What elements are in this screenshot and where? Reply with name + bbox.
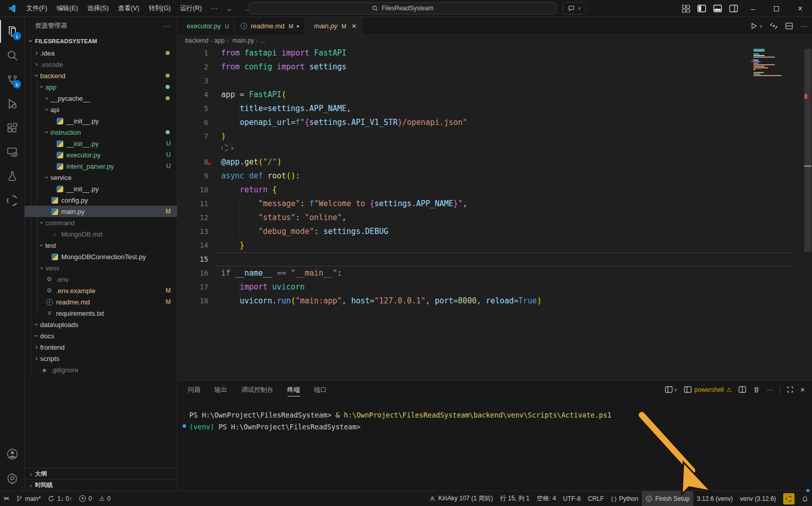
breadcrumb-item-main.py[interactable]: main.py — [230, 37, 254, 44]
status-CRLF[interactable]: CRLF — [584, 491, 607, 506]
panel-tab-终端[interactable]: 终端 — [287, 386, 300, 396]
panel-tab-调试控制台[interactable]: 调试控制台 — [241, 386, 274, 394]
tree-file-intent_parser.py[interactable]: intent_parser.pyU — [25, 160, 177, 172]
panel-more-actions-icon[interactable]: ··· — [767, 386, 773, 393]
tree-folder-__pycache__[interactable]: ›__pycache__ — [25, 93, 177, 104]
status-yellow-ext[interactable] — [780, 491, 798, 506]
copilot-inline-widget[interactable]: ∨ — [221, 144, 233, 152]
menu-item-运行(R)[interactable]: 运行(R) — [175, 3, 206, 14]
status-1--0-[interactable]: 1↓ 0↑ — [44, 491, 76, 506]
menu-item-查看(V)[interactable]: 查看(V) — [113, 3, 144, 14]
command-center-search[interactable]: FilesReadSysteam — [249, 2, 556, 14]
dirty-dot-icon[interactable]: ● — [296, 24, 299, 29]
activity-remote-explorer[interactable] — [0, 141, 25, 164]
status-KiriAky-107--1-周前-[interactable]: KiriAky 107 (1 周前) — [426, 491, 496, 506]
status-bell[interactable] — [798, 491, 812, 506]
tree-folder-.idea[interactable]: ›.idea — [25, 47, 177, 59]
status-UTF-8[interactable]: UTF-8 — [560, 491, 584, 506]
status-0[interactable]: ⚠0 — [96, 491, 114, 506]
sidebar-section-大纲[interactable]: ›大纲 — [25, 468, 177, 479]
menu-item-选择(S)[interactable]: 选择(S) — [83, 3, 114, 14]
code-editor[interactable]: ▶ ∨ 1from fastapi import FastAPI2from co… — [177, 46, 802, 380]
status-Finish-Setup[interactable]: Finish Setup — [642, 491, 693, 506]
status-行-15--列-1[interactable]: 行 15, 列 1 — [496, 491, 533, 506]
menu-item-···[interactable]: ··· — [206, 3, 222, 14]
tree-folder-test[interactable]: ›test — [25, 240, 177, 251]
tree-folder-docs[interactable]: ›docs — [25, 330, 177, 341]
activity-settings[interactable] — [0, 467, 25, 490]
maximize-panel-icon[interactable] — [787, 386, 793, 393]
run-python-button[interactable]: ∨ — [750, 22, 763, 30]
open-changes-icon[interactable] — [769, 22, 778, 30]
tree-file-.env[interactable]: ⚙.env — [25, 274, 177, 285]
tree-file-config.py[interactable]: config.py — [25, 194, 177, 206]
sidebar-more-actions-icon[interactable]: ··· — [163, 23, 171, 30]
split-editor-icon[interactable] — [785, 22, 793, 30]
tab-readme.md[interactable]: ireadme.mdM● — [234, 17, 304, 35]
activity-search[interactable] — [0, 44, 25, 67]
panel-tab-端口[interactable]: 端口 — [314, 386, 327, 394]
tree-file-.gitignore[interactable]: ◆.gitignore — [25, 364, 177, 375]
new-terminal-button[interactable]: ∨ — [665, 386, 678, 393]
tree-file-.env.example[interactable]: ⚙.env.exampleM — [25, 285, 177, 296]
tree-file-__init__.py[interactable]: __init__.pyU — [25, 138, 177, 149]
tab-main.py[interactable]: main.pyM✕ — [305, 17, 363, 35]
tree-folder-venv[interactable]: ›venv — [25, 262, 177, 274]
breakpoint-marker-icon[interactable]: ▶ — [208, 160, 211, 166]
split-terminal-icon[interactable] — [738, 386, 746, 393]
editor-scrollbar[interactable] — [804, 49, 811, 252]
close-tab-icon[interactable]: ✕ — [352, 23, 357, 30]
toggle-panel-icon[interactable] — [713, 5, 722, 12]
menu-item-编辑(E)[interactable]: 编辑(E) — [52, 3, 83, 14]
toggle-secondary-sidebar-icon[interactable] — [729, 5, 738, 12]
terminal-output[interactable]: PS H:\OwnProject\FilesReadSysteam> & h:\… — [189, 409, 611, 433]
tree-file-main.py[interactable]: main.pyM — [25, 206, 177, 217]
breadcrumb[interactable]: backend›app›main.py›... — [177, 35, 812, 46]
panel-tab-输出[interactable]: 输出 — [214, 386, 227, 394]
toggle-sidebar-icon[interactable] — [697, 5, 706, 12]
tree-file-MongoDBConnectionTest.py[interactable]: MongoDBConnectionTest.py — [25, 251, 177, 262]
status-0[interactable]: ✕0 — [76, 491, 96, 506]
copilot-chat-button[interactable]: ∨ — [563, 2, 586, 14]
tree-folder-service[interactable]: ›service — [25, 172, 177, 183]
activity-explorer[interactable]: 1 — [0, 20, 25, 43]
status-3-12-6--venv-[interactable]: 3.12.6 (venv) — [693, 491, 736, 506]
activity-source-control[interactable]: 9 — [0, 68, 25, 91]
tree-folder-command[interactable]: ›command — [25, 217, 177, 228]
menu-item-转到(G)[interactable]: 转到(G) — [144, 3, 175, 14]
tree-folder-instruction[interactable]: ›instruction — [25, 127, 177, 138]
editor-more-actions-icon[interactable]: ··· — [800, 22, 807, 30]
minimap[interactable] — [753, 49, 799, 77]
tree-file-__init__.py[interactable]: __init__.py — [25, 183, 177, 194]
nav-back-icon[interactable]: ← — [222, 4, 238, 13]
terminal-instance-item[interactable]: powershell ⚠ — [684, 386, 732, 393]
tree-file-executor.py[interactable]: executor.pyU — [25, 149, 177, 160]
tree-folder-backend[interactable]: ›backend — [25, 70, 177, 81]
activity-account[interactable] — [0, 443, 25, 465]
tree-folder-.vscode[interactable]: ›.vscode — [25, 59, 177, 70]
tree-folder-frontend[interactable]: ›frontend — [25, 341, 177, 353]
close-panel-icon[interactable]: × — [800, 385, 805, 394]
tree-folder-api[interactable]: ›api — [25, 104, 177, 115]
activity-extensions[interactable] — [0, 117, 25, 139]
sidebar-section-时间线[interactable]: ›时间线 — [25, 479, 177, 491]
activity-copilot[interactable] — [0, 189, 25, 212]
tree-file-requirements.txt[interactable]: ≡requirements.txt — [25, 308, 177, 319]
tree-file-__init__.py[interactable]: __init__.py — [25, 115, 177, 127]
maximize-button[interactable] — [765, 0, 788, 17]
status-remote[interactable]: >< — [0, 491, 12, 506]
kill-terminal-trash-icon[interactable] — [753, 386, 760, 393]
breadcrumb-item-app[interactable]: app — [214, 37, 225, 44]
status-venv--3-12-6-[interactable]: venv (3.12.6) — [736, 491, 780, 506]
tab-executor.py[interactable]: executor.pyU — [177, 17, 234, 35]
tree-folder-scripts[interactable]: ›scripts — [25, 353, 177, 364]
tree-folder-data-uploads[interactable]: ›data\uploads — [25, 319, 177, 330]
status-Python[interactable]: { }Python — [607, 491, 642, 506]
breadcrumb-item-backend[interactable]: backend — [185, 37, 208, 44]
customize-layout-icon[interactable] — [682, 5, 690, 13]
activity-run-debug[interactable] — [0, 93, 25, 115]
status-main-[interactable]: main* — [12, 491, 45, 506]
breadcrumb-item-...[interactable]: ... — [260, 37, 265, 44]
panel-tab-问题[interactable]: 问题 — [188, 386, 201, 394]
close-button[interactable]: × — [788, 0, 812, 17]
